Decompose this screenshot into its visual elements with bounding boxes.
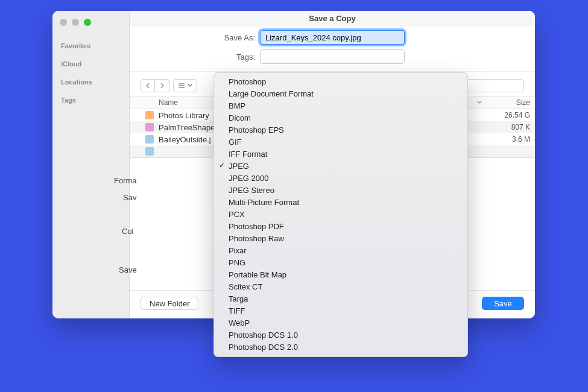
format-option[interactable]: JPEG: [214, 160, 467, 172]
chevron-left-icon: [145, 83, 150, 89]
format-option[interactable]: GIF: [214, 136, 467, 148]
format-option[interactable]: BMP: [214, 100, 467, 112]
format-option[interactable]: Portable Bit Map: [214, 268, 467, 280]
file-size: 807 K: [482, 123, 530, 131]
chevron-right-icon: [160, 83, 165, 89]
format-option[interactable]: PNG: [214, 256, 467, 268]
file-size: 26.54 G: [482, 111, 530, 119]
format-option[interactable]: Photoshop: [214, 75, 467, 87]
sidebar-section-locations[interactable]: Locations: [52, 73, 129, 91]
save-button[interactable]: Save: [482, 297, 524, 310]
sidebar-section-tags[interactable]: Tags: [52, 91, 129, 109]
format-option[interactable]: Photoshop PDF: [214, 220, 467, 232]
forward-button[interactable]: [155, 79, 169, 92]
window-controls: [52, 16, 129, 37]
format-option[interactable]: Pixar: [214, 244, 467, 256]
save-as-label: Save As:: [147, 33, 255, 42]
format-option[interactable]: Large Document Format: [214, 87, 467, 100]
save-as-input[interactable]: [260, 30, 405, 45]
minimize-window-button[interactable]: [72, 19, 79, 26]
close-window-button[interactable]: [60, 19, 67, 26]
column-size[interactable]: Size: [487, 96, 535, 109]
tags-input[interactable]: [260, 49, 405, 64]
format-option[interactable]: Photoshop EPS: [214, 124, 467, 136]
format-option[interactable]: Photoshop Raw: [214, 232, 467, 244]
image-icon: [145, 123, 154, 131]
sidebar-section-favorites[interactable]: Favorites: [52, 37, 129, 55]
format-option[interactable]: WebP: [214, 317, 467, 329]
view-mode-button[interactable]: [173, 79, 197, 92]
color-label: Col: [122, 227, 134, 236]
format-option[interactable]: Dicom: [214, 112, 467, 124]
library-icon: [145, 111, 154, 119]
save-cloud-label: Save: [119, 265, 137, 274]
format-option[interactable]: Targa: [214, 292, 467, 305]
dialog-title: Save a Copy: [130, 11, 535, 27]
format-label: Forma: [114, 176, 137, 185]
file-size: 3.6 M: [482, 135, 530, 144]
format-option[interactable]: TIFF: [214, 305, 467, 317]
new-folder-button[interactable]: New Folder: [141, 297, 198, 310]
image-icon: [145, 135, 154, 144]
format-option[interactable]: IFF Format: [214, 148, 467, 160]
sidebar-section-icloud[interactable]: iCloud: [52, 55, 129, 73]
zoom-window-button[interactable]: [84, 19, 91, 26]
chevron-down-icon: [188, 84, 192, 87]
format-option[interactable]: Photoshop DCS 1.0: [214, 329, 467, 341]
format-option[interactable]: JPEG 2000: [214, 172, 467, 184]
format-option[interactable]: Photoshop DCS 2.0: [214, 341, 467, 353]
format-dropdown-menu: PhotoshopLarge Document FormatBMPDicomPh…: [213, 72, 468, 357]
format-option[interactable]: Multi-Picture Format: [214, 196, 467, 208]
format-option[interactable]: Scitex CT: [214, 280, 467, 292]
chevron-down-icon: [477, 101, 482, 104]
format-option[interactable]: JPEG Stereo: [214, 184, 467, 196]
list-view-icon: [178, 83, 185, 89]
tags-label: Tags:: [147, 52, 255, 62]
sidebar: Favorites iCloud Locations Tags: [52, 11, 130, 318]
image-icon: [145, 147, 154, 156]
save-options-label: Sav: [123, 193, 136, 202]
back-button[interactable]: [141, 79, 155, 92]
format-option[interactable]: PCX: [214, 208, 467, 220]
